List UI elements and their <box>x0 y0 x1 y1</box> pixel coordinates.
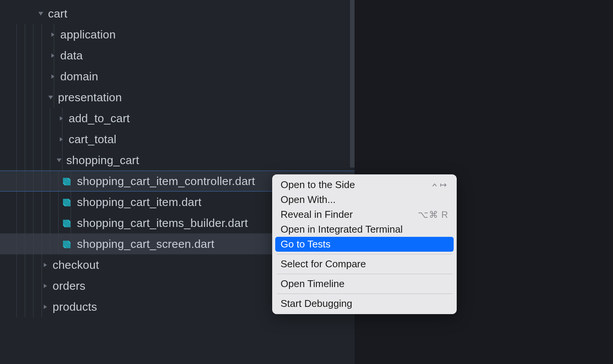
menu-select-for-compare[interactable]: Select for Compare <box>275 257 454 271</box>
menu-open-timeline[interactable]: Open Timeline <box>275 276 454 291</box>
file-label: shopping_cart_item.dart <box>77 196 201 209</box>
folder-label: checkout <box>53 259 99 271</box>
menu-label: Open to the Side <box>281 179 355 191</box>
folder-label: data <box>60 49 83 62</box>
menu-label: Open in Integrated Terminal <box>281 224 403 235</box>
chevron-right-icon <box>42 283 49 289</box>
chevron-down-icon <box>37 10 44 17</box>
folder-label: presentation <box>58 91 122 104</box>
folder-domain[interactable]: domain <box>0 66 355 87</box>
scrollbar-thumb[interactable] <box>350 0 355 168</box>
folder-label: orders <box>53 279 85 292</box>
chevron-right-icon <box>42 303 49 310</box>
folder-shopping-cart[interactable]: shopping_cart <box>0 150 355 171</box>
folder-add-to-cart[interactable]: add_to_cart <box>0 108 355 129</box>
file-label: shopping_cart_item_controller.dart <box>77 175 255 188</box>
folder-data[interactable]: data <box>0 45 355 66</box>
folder-cart-total[interactable]: cart_total <box>0 129 355 150</box>
menu-separator <box>277 294 452 294</box>
folder-label: add_to_cart <box>69 112 130 125</box>
menu-start-debugging[interactable]: Start Debugging <box>275 296 454 311</box>
menu-label: Reveal in Finder <box>281 209 353 220</box>
folder-label: cart_total <box>69 133 116 146</box>
folder-label: shopping_cart <box>66 154 139 167</box>
menu-label: Go to Tests <box>281 238 331 250</box>
folder-label: products <box>53 300 97 313</box>
menu-label: Open Timeline <box>281 278 345 290</box>
folder-label: domain <box>60 70 98 83</box>
menu-separator <box>277 274 452 274</box>
folder-cart[interactable]: cart <box>0 3 355 24</box>
menu-open-integrated-terminal[interactable]: Open in Integrated Terminal <box>275 222 454 237</box>
folder-presentation[interactable]: presentation <box>0 87 355 108</box>
folder-label: cart <box>48 7 67 20</box>
menu-open-with[interactable]: Open With... <box>275 192 454 207</box>
menu-reveal-in-finder[interactable]: Reveal in Finder ⌥⌘ R <box>275 207 454 222</box>
file-label: shopping_cart_items_builder.dart <box>77 217 248 230</box>
menu-shortcut: ⌥⌘ R <box>418 209 448 220</box>
open-side-shortcut-icons <box>432 182 448 188</box>
menu-open-to-side[interactable]: Open to the Side <box>275 177 454 192</box>
menu-separator <box>277 254 452 254</box>
menu-label: Open With... <box>281 194 336 206</box>
folder-label: application <box>60 28 116 41</box>
folder-application[interactable]: application <box>0 24 355 45</box>
menu-label: Start Debugging <box>281 298 352 310</box>
context-menu: Open to the Side Open With... Reveal in … <box>272 174 457 314</box>
chevron-right-icon <box>42 262 49 268</box>
menu-label: Select for Compare <box>281 258 366 270</box>
menu-go-to-tests[interactable]: Go to Tests <box>275 237 454 252</box>
file-label: shopping_cart_screen.dart <box>77 238 214 251</box>
